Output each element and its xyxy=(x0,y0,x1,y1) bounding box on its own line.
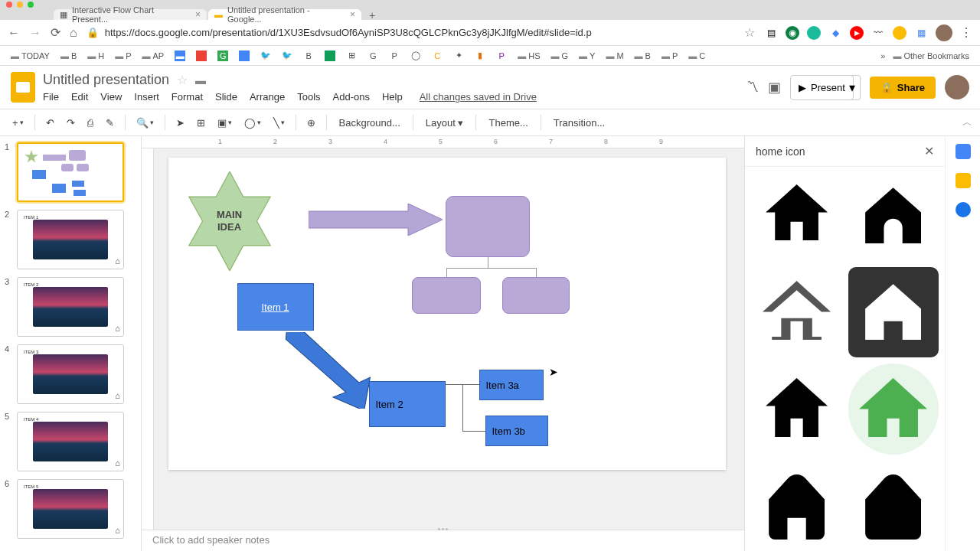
calendar-icon[interactable] xyxy=(956,144,971,159)
save-status[interactable]: All changes saved in Drive xyxy=(420,91,537,103)
bookmark[interactable]: ✦ xyxy=(450,49,467,63)
close-icon[interactable]: × xyxy=(350,9,355,20)
slide-thumb[interactable]: 5 ITEM 4⌂ xyxy=(5,412,136,471)
share-button[interactable]: 🔒 Share xyxy=(870,77,936,99)
slide-thumb[interactable]: 2 ITEM 1⌂ xyxy=(5,210,136,269)
menu-file[interactable]: File xyxy=(43,91,59,103)
close-icon[interactable]: ✕ xyxy=(924,144,934,158)
connector[interactable] xyxy=(462,384,479,385)
connector[interactable] xyxy=(446,268,537,269)
textbox-icon[interactable]: ⊞ xyxy=(192,114,210,132)
ext-icon[interactable]: ◉ xyxy=(786,26,799,40)
rect-shape[interactable]: Item 3b xyxy=(485,416,548,446)
bookmark[interactable]: ▬C xyxy=(685,50,708,62)
connector[interactable] xyxy=(488,257,488,268)
bookmark[interactable]: ▬Y xyxy=(576,50,598,62)
present-dropdown[interactable]: ▾ xyxy=(844,75,861,100)
ext-icon[interactable]: ▤ xyxy=(764,26,778,40)
reload-icon[interactable]: ⟳ xyxy=(51,25,60,40)
search-input[interactable] xyxy=(756,145,916,158)
result-home-icon[interactable] xyxy=(848,461,939,552)
ext-icon[interactable] xyxy=(807,26,821,40)
window-max-icon[interactable] xyxy=(28,2,34,8)
bookmark[interactable]: G xyxy=(214,49,231,63)
result-home-icon[interactable] xyxy=(751,364,842,455)
redo-icon[interactable]: ↷ xyxy=(62,114,80,132)
other-bookmarks[interactable]: ▬Other Bookmarks xyxy=(890,50,972,62)
speaker-notes[interactable]: Click to add speaker notes xyxy=(142,530,744,551)
bookmark[interactable]: ▬G xyxy=(548,50,572,62)
bookmark[interactable] xyxy=(193,49,210,63)
rect-shape[interactable]: Item 1 xyxy=(237,283,314,331)
bookmark[interactable]: B xyxy=(300,49,317,63)
result-home-icon[interactable] xyxy=(848,364,939,455)
bookmark[interactable]: ▬AP xyxy=(139,50,168,62)
window-close-icon[interactable] xyxy=(6,2,12,8)
layout-button[interactable]: Layout ▾ xyxy=(420,114,470,132)
bookmark[interactable]: ▬P xyxy=(658,50,681,62)
bookmark[interactable] xyxy=(236,49,253,63)
result-home-icon[interactable] xyxy=(751,461,842,552)
star-icon[interactable]: ☆ xyxy=(744,25,755,40)
bookmark[interactable]: ▬H xyxy=(84,50,107,62)
bookmark[interactable]: ▬TODAY xyxy=(8,50,53,62)
ext-icon[interactable]: ▶ xyxy=(850,26,864,40)
ext-icon[interactable]: ◆ xyxy=(828,26,842,40)
select-icon[interactable]: ➤ xyxy=(172,114,189,132)
menu-insert[interactable]: Insert xyxy=(134,91,159,103)
rounded-rect-shape[interactable] xyxy=(446,196,530,257)
theme-button[interactable]: Theme... xyxy=(482,114,534,132)
slide-thumb[interactable]: 3 ITEM 2⌂ xyxy=(5,277,136,337)
ext-icon[interactable]: 〰 xyxy=(871,26,885,40)
transition-button[interactable]: Transition... xyxy=(547,114,611,132)
slide-canvas[interactable]: MAIN IDEA Item 1 Process Item 2 xyxy=(168,158,726,470)
forward-icon[interactable]: → xyxy=(29,26,41,40)
slide-thumb[interactable]: 4 ITEM 3⌂ xyxy=(5,344,136,404)
overflow-icon[interactable]: » xyxy=(880,51,885,60)
profile-avatar[interactable] xyxy=(936,24,952,41)
menu-format[interactable]: Format xyxy=(172,91,203,103)
browser-tab[interactable]: ▦ Interactive Flow Chart Present... × xyxy=(54,9,207,20)
image-icon[interactable]: ▣▾ xyxy=(213,114,237,132)
doc-title[interactable]: Untitled presentation xyxy=(43,72,169,88)
collapse-icon[interactable]: ︿ xyxy=(962,116,972,129)
bookmark[interactable]: ▬HS xyxy=(514,50,543,62)
slide-panel[interactable]: 1 2 ITEM 1⌂ 3 ITEM 2⌂ xyxy=(0,136,142,551)
star-shape[interactable]: MAIN IDEA xyxy=(184,171,276,271)
menu-icon[interactable]: ⋮ xyxy=(960,25,972,40)
bookmark[interactable]: 🐦 xyxy=(279,49,296,63)
bookmark[interactable]: 🐦 xyxy=(257,49,274,63)
connector[interactable] xyxy=(462,384,463,432)
rect-shape[interactable]: Item 3a xyxy=(479,370,544,400)
background-button[interactable]: Background... xyxy=(333,114,407,132)
slide-thumb[interactable]: 1 xyxy=(5,142,136,202)
bookmark[interactable]: C xyxy=(429,49,446,63)
close-icon[interactable]: × xyxy=(195,9,201,20)
activity-icon[interactable]: 〽 xyxy=(746,80,759,94)
bookmark[interactable]: P xyxy=(493,49,510,63)
menu-addons[interactable]: Add-ons xyxy=(333,91,370,103)
connector[interactable] xyxy=(446,268,447,277)
result-home-icon[interactable] xyxy=(751,267,842,358)
browser-tab[interactable]: ▬ Untitled presentation - Google... × xyxy=(208,9,361,20)
ext-icon[interactable]: ▦ xyxy=(914,26,928,40)
connector[interactable] xyxy=(536,268,537,277)
rounded-rect-shape[interactable] xyxy=(412,277,481,314)
menu-edit[interactable]: Edit xyxy=(71,91,88,103)
bookmark[interactable]: G xyxy=(364,49,381,63)
undo-icon[interactable]: ↶ xyxy=(41,114,59,132)
slide-thumb[interactable]: 6 ITEM 5⌂ xyxy=(5,479,136,539)
bookmark[interactable]: ▬B xyxy=(57,50,80,62)
bookmark[interactable]: ⊞ xyxy=(343,49,360,63)
new-tab-button[interactable]: + xyxy=(363,9,381,20)
comment-icon[interactable]: ⊕ xyxy=(302,114,320,132)
connector[interactable] xyxy=(462,431,485,432)
bookmark[interactable]: ▬B xyxy=(632,50,654,62)
arrow-shape[interactable] xyxy=(309,204,443,236)
bookmark[interactable] xyxy=(322,49,338,63)
canvas-area[interactable]: 1 2 3 4 5 6 7 8 9 MAIN IDEA xyxy=(142,136,744,551)
zoom-icon[interactable]: 🔍▾ xyxy=(132,114,158,132)
keep-icon[interactable] xyxy=(956,173,971,188)
back-icon[interactable]: ← xyxy=(8,26,20,40)
home-icon[interactable]: ⌂ xyxy=(70,26,77,40)
